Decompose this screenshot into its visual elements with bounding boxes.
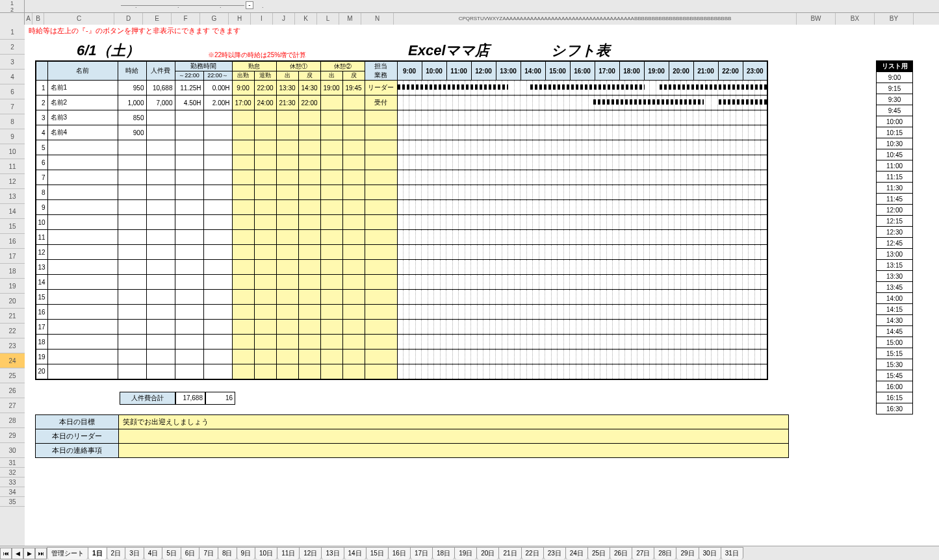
row-header[interactable]: 8 [0,114,25,129]
row-header[interactable]: 16 [0,234,25,249]
cell-name[interactable]: 名前2 [47,95,118,110]
col-header[interactable]: F [172,13,200,25]
list-time[interactable]: 9:45 [877,105,913,116]
sheet-tab[interactable]: 3日 [125,547,144,559]
outline-collapse-button[interactable]: - [246,1,253,9]
row-header[interactable]: 17 [0,249,25,264]
cell-out[interactable] [254,170,276,185]
cell-role[interactable] [365,215,397,230]
shift-row[interactable]: 19 [36,350,767,364]
cell-name[interactable] [47,155,118,170]
row-header[interactable]: 18 [0,264,25,279]
cell-out[interactable] [254,155,276,170]
cell-name[interactable] [47,185,118,200]
sheet-tab[interactable]: 29日 [676,547,699,559]
cell-name[interactable] [47,275,118,290]
sheet-tab[interactable]: 24日 [565,547,588,559]
col-header[interactable]: D [114,13,143,25]
cell-role[interactable] [365,155,397,170]
cell-in[interactable] [232,170,254,185]
cell-name[interactable] [47,230,118,245]
list-time[interactable]: 15:30 [877,359,913,370]
cell-out[interactable] [254,290,276,305]
cell-out[interactable]: 24:00 [254,95,276,110]
shift-row[interactable]: 10 [36,215,767,230]
sheet-tab[interactable]: 管理シート [47,547,88,559]
sheet-tab[interactable]: 25日 [587,547,610,559]
shift-row[interactable]: 13 [36,260,767,275]
sheet-tab[interactable]: 8日 [218,547,237,559]
cell-out[interactable] [254,230,276,245]
cell-in[interactable]: 9:00 [232,81,254,95]
cell-in[interactable] [232,245,254,260]
sheet-tab[interactable]: 16日 [388,547,411,559]
cell-out[interactable] [254,110,276,125]
cell-role[interactable] [365,140,397,155]
shift-row[interactable]: 5 [36,140,767,155]
row-header[interactable]: 9 [0,129,25,144]
shift-row[interactable]: 18 [36,335,767,350]
cell-wage[interactable] [118,305,146,320]
cell-name[interactable] [47,260,118,275]
list-time[interactable]: 11:45 [877,194,913,205]
cell-name[interactable]: 名前1 [47,81,118,95]
shift-row[interactable]: 20 [36,364,767,379]
cell-in[interactable] [232,215,254,230]
shift-row[interactable]: 16 [36,305,767,320]
row-header[interactable]: 31 [0,458,25,468]
cell-in[interactable] [232,260,254,275]
cell-out[interactable] [254,305,276,320]
footer-row[interactable]: 本日の目標笑顔でお出迎えしましょう [36,415,789,429]
cell-wage[interactable] [118,140,146,155]
tab-nav-button[interactable]: ◀ [12,548,23,559]
col-header[interactable]: I [251,13,273,25]
row-header[interactable]: 22 [0,324,25,338]
cell-name[interactable] [47,215,118,230]
list-time[interactable]: 10:45 [877,149,913,160]
cell-out[interactable] [254,320,276,335]
footer-row[interactable]: 本日のリーダー [36,429,789,444]
row-header[interactable]: 12 [0,174,25,189]
cell-out[interactable] [254,215,276,230]
row-header[interactable]: 19 [0,279,25,294]
list-time[interactable]: 9:15 [877,83,913,94]
row-header[interactable]: 35 [0,497,25,507]
tab-nav-button[interactable]: ▶ [23,548,35,559]
spreadsheet-grid[interactable]: 時給等は左上の『-』のボタンを押すと非表示にできます できます 6/1（土） ※… [25,25,939,546]
cell-wage[interactable] [118,155,146,170]
shift-row[interactable]: 15 [36,290,767,305]
cell-role[interactable] [365,110,397,125]
cell-out[interactable] [254,275,276,290]
cell-in[interactable] [232,305,254,320]
cell-role[interactable] [365,305,397,320]
shift-row[interactable]: 14 [36,275,767,290]
row-header[interactable]: 11 [0,159,25,174]
cell-wage[interactable] [118,320,146,335]
sheet-tab[interactable]: 10日 [255,547,277,559]
col-header[interactable]: J [273,13,295,25]
cell-in[interactable] [232,364,254,379]
cell-wage[interactable]: 900 [118,125,146,140]
col-header[interactable]: H [229,13,251,25]
cell-role[interactable] [365,245,397,260]
cell-role[interactable] [365,230,397,245]
cell-name[interactable]: 名前4 [47,125,118,140]
cell-in[interactable] [232,335,254,350]
cell-name[interactable] [47,305,118,320]
shift-row[interactable]: 7 [36,170,767,185]
list-time[interactable]: 11:15 [877,172,913,183]
list-time[interactable]: 16:30 [877,403,913,414]
list-time[interactable]: 9:30 [877,94,913,105]
row-header[interactable]: 34 [0,487,25,497]
sheet-tab[interactable]: 11日 [277,547,300,559]
row-header[interactable]: 15 [0,219,25,234]
row-header[interactable]: 3 [0,55,25,70]
cell-wage[interactable] [118,215,146,230]
shift-row[interactable]: 3名前3850 [36,110,767,125]
cell-out[interactable] [254,140,276,155]
cell-in[interactable] [232,350,254,364]
sheet-tab[interactable]: 9日 [237,547,256,559]
cell-wage[interactable] [118,335,146,350]
list-time[interactable]: 15:45 [877,370,913,381]
footer-table[interactable]: 本日の目標笑顔でお出迎えしましょう本日のリーダー本日の連絡事項 [35,414,789,458]
